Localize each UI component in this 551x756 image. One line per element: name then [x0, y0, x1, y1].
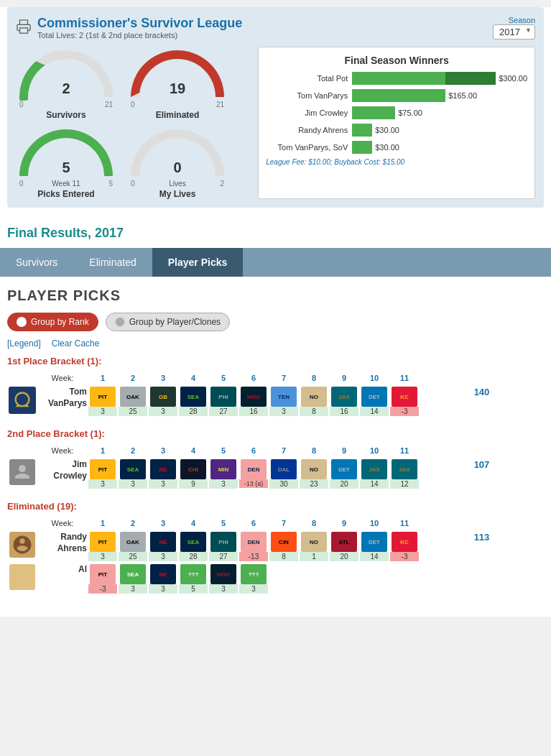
lives-label: My Lives — [127, 189, 228, 199]
player-name-ahrens: RandyAhrens — [37, 530, 88, 563]
week-1: 1 — [88, 372, 118, 385]
eliminated-label: Eliminated — [127, 110, 228, 120]
week-header-2nd: Week: 1 2 3 4 5 6 7 8 9 10 11 — [7, 445, 544, 458]
chart-label-1: Tom VanParys — [266, 91, 352, 100]
chart-value-3: $30.00 — [375, 126, 399, 134]
league-subtitle: Total Lives: 2 (1st & 2nd place brackets… — [37, 31, 242, 40]
total-vanparys: 140 — [420, 385, 544, 418]
picks-min: 0 — [19, 180, 24, 188]
total-col-elim — [420, 517, 544, 530]
total-col-2nd — [420, 445, 544, 458]
pick-vanparys-9: JAX 16 — [329, 385, 359, 418]
survivors-label: Survivors — [16, 110, 116, 120]
pick-vanparys-7: TEN 3 — [269, 385, 299, 418]
league-title: Commissioner's Survivor League — [37, 16, 242, 31]
group-by-rank-btn[interactable]: Group by Rank — [7, 313, 98, 331]
bracket-1st-title[interactable]: 1st Place Bracket (1): — [7, 356, 544, 367]
bracket-2nd-place: 2nd Place Bracket (1): Week: 1 2 3 4 5 6… — [7, 428, 544, 490]
season-selector: Season 2017 2016 2015 — [493, 16, 535, 40]
week-col-label-elim: Week: — [37, 517, 88, 530]
bracket-1st-place: 1st Place Bracket (1): Week: 1 2 3 4 5 6… — [7, 356, 544, 418]
final-results-heading: Final Results, 2017 — [0, 215, 551, 248]
player-picks-section: PLAYER PICKS Group by Rank Group by Play… — [0, 277, 551, 617]
gauges-section: 2 0 21 Survivors 19 — [16, 47, 251, 199]
clear-cache-link[interactable]: Clear Cache — [52, 338, 100, 349]
pick-crowley-5: MIN 3 — [208, 458, 239, 490]
pick-vanparys-4: SEA 28 — [178, 385, 208, 418]
week-8: 8 — [299, 372, 329, 385]
chart-label-total: Total Pot — [266, 74, 352, 83]
pick-al-6: ??? 3 — [239, 563, 269, 595]
picks-max: 5 — [108, 180, 113, 188]
tabs-bar: Survivors Eliminated Player Picks — [0, 248, 551, 277]
avatar-cell-vanparys — [7, 385, 37, 418]
pick-crowley-8: NO 23 — [299, 458, 329, 490]
pick-ahrens-10: DET 14 — [359, 530, 389, 563]
bracket-2nd-title[interactable]: 2nd Place Bracket (1): — [7, 428, 544, 439]
tab-player-picks[interactable]: Player Picks — [152, 248, 244, 277]
season-dropdown[interactable]: 2017 2016 2015 — [493, 24, 535, 40]
printer-icon[interactable] — [16, 19, 32, 37]
week-11: 11 — [389, 372, 420, 385]
pick-vanparys-5: PHI 27 — [208, 385, 239, 418]
chart-title: Final Season Winners — [266, 55, 527, 66]
elim-min: 0 — [131, 101, 135, 109]
picks-week: Week 11 — [52, 180, 80, 188]
lives-value: 0 — [127, 160, 228, 176]
avatar-col-1st — [7, 372, 37, 385]
group-player-label: Group by Player/Clones — [129, 317, 221, 327]
chart-label-3: Randy Ahrens — [266, 126, 352, 134]
pick-vanparys-10: DET 14 — [359, 385, 389, 418]
pick-al-5: HOU 3 — [208, 563, 239, 595]
chart-row-4: Tom VanParys, SoV $30.00 — [266, 141, 527, 154]
pick-vanparys-8: NO 8 — [299, 385, 329, 418]
week-9: 9 — [329, 372, 359, 385]
week-col-label-2nd: Week: — [37, 445, 88, 458]
stats-panel: Commissioner's Survivor League Total Liv… — [7, 7, 544, 208]
pick-crowley-10: JAX 14 — [359, 458, 389, 490]
pick-ahrens-8: NO 1 — [299, 530, 329, 563]
total-crowley: 107 — [420, 458, 544, 490]
toggle-circle-player — [115, 317, 125, 327]
pick-crowley-3: NE 3 — [148, 458, 178, 490]
week-7: 7 — [269, 372, 299, 385]
legend-link[interactable]: [Legend] — [7, 338, 41, 349]
player-row-vanparys: TomVanParys PIT 3 OAK 25 GB — [7, 385, 544, 418]
lives-max: 2 — [220, 180, 224, 188]
avatar-cell-al — [7, 563, 37, 595]
survivors-min: 0 — [19, 101, 24, 109]
week-2: 2 — [118, 372, 148, 385]
avatar-col-elim — [7, 517, 37, 530]
bracket-eliminated: Eliminated (19): Week: 1 2 3 4 5 6 7 8 — [7, 501, 544, 595]
pick-ahrens-7: CIN 8 — [269, 530, 299, 563]
picks-label: Picks Entered — [16, 189, 116, 199]
pick-al-3: NE 3 — [148, 563, 178, 595]
pick-ahrens-1: PIT 3 — [88, 530, 118, 563]
chart-row-total: Total Pot $300.00 — [266, 72, 527, 85]
pick-vanparys-2: OAK 25 — [118, 385, 148, 418]
chart-value-4: $30.00 — [375, 143, 399, 152]
player-name-crowley: JimCrowley — [37, 458, 88, 490]
pick-crowley-6: DEN -13 (a) — [239, 458, 269, 490]
player-name-al: Al — [37, 563, 88, 595]
pick-crowley-4: CHI 9 — [178, 458, 208, 490]
week-3: 3 — [148, 372, 178, 385]
picks-table-1st: Week: 1 2 3 4 5 6 7 8 9 10 11 — [7, 372, 544, 418]
pick-vanparys-3: GB 3 — [148, 385, 178, 418]
chart-section: Final Season Winners Total Pot $300.00 — [258, 47, 535, 199]
week-col-label-1st: Week: — [37, 372, 88, 385]
eliminated-value: 19 — [127, 80, 228, 97]
survivors-value: 2 — [16, 80, 116, 97]
tab-survivors[interactable]: Survivors — [0, 248, 73, 277]
bracket-eliminated-title[interactable]: Eliminated (19): — [7, 501, 544, 512]
eliminated-gauge: 19 0 21 Eliminated — [127, 47, 228, 120]
player-name-vanparys: TomVanParys — [37, 385, 88, 418]
group-by-player-btn[interactable]: Group by Player/Clones — [106, 313, 230, 331]
svg-rect-0 — [20, 28, 28, 33]
chart-value-1: $165.00 — [448, 91, 477, 100]
chart-fee-note: League Fee: $10.00; Buyback Cost: $15.00 — [266, 158, 527, 166]
legend-row: [Legend] Clear Cache — [7, 338, 544, 349]
chart-label-4: Tom VanParys, SoV — [266, 143, 352, 152]
tab-eliminated[interactable]: Eliminated — [73, 248, 152, 277]
total-col — [420, 372, 544, 385]
